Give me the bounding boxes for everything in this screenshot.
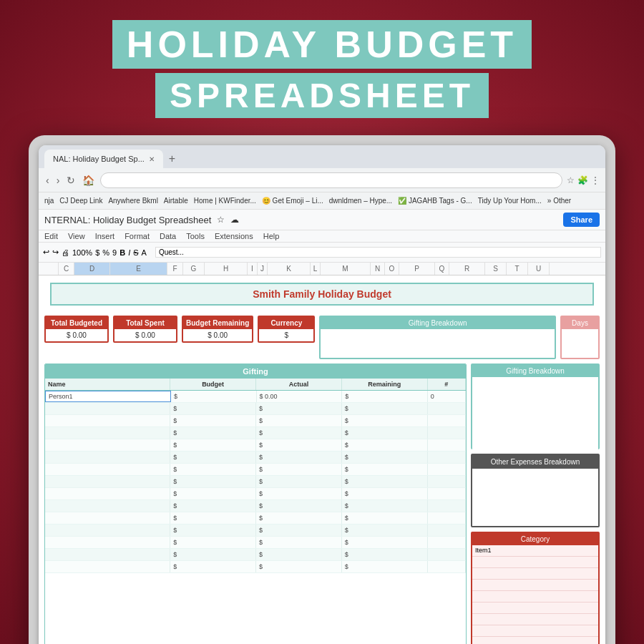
cell-budget[interactable]: $	[170, 427, 256, 439]
bold-button[interactable]: B	[119, 248, 125, 257]
cell-remaining[interactable]: $	[342, 525, 428, 536]
cell-name[interactable]	[45, 403, 170, 414]
cell-count[interactable]	[428, 464, 466, 475]
cell-remaining[interactable]: $	[342, 488, 428, 499]
cell-budget[interactable]: $	[170, 537, 256, 548]
cell-actual[interactable]: $	[256, 464, 342, 475]
bookmark-dwnldmen[interactable]: dwnldmen – Hype...	[329, 197, 392, 205]
currency-format-icon[interactable]: $	[95, 248, 99, 257]
cell-count[interactable]	[428, 525, 466, 536]
cell-name[interactable]	[45, 452, 170, 463]
category-row[interactable]	[472, 557, 598, 568]
cell-count[interactable]	[428, 427, 466, 439]
cell-count[interactable]	[428, 452, 466, 463]
menu-icon[interactable]: ⋮	[591, 175, 600, 185]
cell-budget[interactable]: $	[170, 512, 256, 524]
cell-name[interactable]	[45, 415, 170, 426]
cell-budget[interactable]: $	[170, 525, 256, 536]
bookmark-cj[interactable]: CJ Deep Link	[59, 197, 102, 205]
forward-button[interactable]: ›	[55, 175, 62, 186]
formula-bar[interactable]: Quest...	[155, 247, 601, 258]
table-row[interactable]: $ $ $	[45, 512, 466, 525]
share-button[interactable]: Share	[563, 213, 600, 227]
cell-actual[interactable]: $	[256, 500, 342, 512]
bookmark-anywhere[interactable]: Anywhere Bkml	[108, 197, 157, 205]
category-row[interactable]	[472, 591, 598, 602]
cell-name[interactable]	[45, 488, 170, 499]
cell-actual[interactable]: $	[256, 525, 342, 536]
table-row[interactable]: $ $ $	[45, 476, 466, 488]
undo-icon[interactable]: ↩	[43, 248, 49, 257]
table-row[interactable]: $ $ $	[45, 464, 466, 476]
cell-actual[interactable]: $	[256, 512, 342, 524]
category-row[interactable]	[472, 602, 598, 614]
cell-actual[interactable]: $	[256, 476, 342, 487]
cell-remaining[interactable]: $	[342, 403, 428, 414]
cell-count[interactable]	[428, 415, 466, 426]
table-row[interactable]: $ $ $	[45, 500, 466, 512]
cell-count[interactable]	[428, 488, 466, 499]
cell-actual[interactable]: $	[256, 488, 342, 499]
bookmark-other[interactable]: » Other	[547, 197, 571, 205]
bookmark-jagahb[interactable]: ✅ JAGAHB Tags - G...	[398, 197, 472, 205]
cell-name[interactable]	[45, 525, 170, 536]
cell-name[interactable]	[45, 537, 170, 548]
cell-name[interactable]	[45, 427, 170, 439]
font-size[interactable]: 9	[112, 248, 117, 257]
cell-name[interactable]	[45, 439, 170, 451]
cell-budget[interactable]: $	[170, 464, 256, 475]
table-row[interactable]: $ $ $	[45, 427, 466, 439]
cell-budget[interactable]: $	[170, 439, 256, 451]
star-icon[interactable]: ☆	[217, 215, 225, 225]
cell-actual[interactable]: $	[256, 427, 342, 439]
cell-name[interactable]	[45, 512, 170, 524]
cell-remaining[interactable]: $	[342, 549, 428, 560]
cell-budget[interactable]: $	[171, 391, 257, 402]
cell-budget[interactable]: $	[170, 549, 256, 560]
table-row[interactable]: Person1 $ $ 0.00 $ 0	[45, 391, 466, 403]
address-input[interactable]	[100, 172, 562, 188]
category-row[interactable]	[472, 625, 598, 637]
cell-actual[interactable]: $	[256, 537, 342, 548]
menu-format[interactable]: Format	[125, 232, 150, 240]
table-row[interactable]: $ $ $	[45, 525, 466, 537]
cell-count[interactable]: 0	[428, 391, 466, 402]
home-button[interactable]: 🏠	[81, 175, 96, 186]
cell-budget[interactable]: $	[170, 415, 256, 426]
bookmark-tidy[interactable]: Tidy Up Your Hom...	[478, 197, 542, 205]
cell-actual[interactable]: $	[256, 439, 342, 451]
category-row[interactable]	[472, 614, 598, 625]
cell-remaining[interactable]: $	[342, 561, 428, 572]
table-row[interactable]: $ $ $	[45, 439, 466, 452]
cell-budget[interactable]: $	[170, 500, 256, 512]
cell-budget[interactable]: $	[170, 561, 256, 572]
cell-actual[interactable]: $	[256, 415, 342, 426]
cell-budget[interactable]: $	[170, 476, 256, 487]
cell-remaining[interactable]: $	[342, 452, 428, 463]
table-row[interactable]: $ $ $	[45, 488, 466, 500]
cell-count[interactable]	[428, 500, 466, 512]
cell-count[interactable]	[428, 549, 466, 560]
menu-insert[interactable]: Insert	[95, 232, 115, 240]
cell-name[interactable]: Person1	[45, 391, 171, 402]
cell-remaining[interactable]: $	[342, 439, 428, 451]
cell-remaining[interactable]: $	[342, 391, 428, 402]
cell-remaining[interactable]: $	[342, 537, 428, 548]
zoom-level[interactable]: 100%	[72, 248, 92, 257]
cell-name[interactable]	[45, 549, 170, 560]
menu-extensions[interactable]: Extensions	[215, 232, 253, 240]
budget-remaining-value[interactable]: $ 0.00	[183, 329, 252, 341]
category-row[interactable]	[472, 637, 598, 644]
menu-edit[interactable]: Edit	[44, 232, 58, 240]
cell-count[interactable]	[428, 512, 466, 524]
bookmark-icon[interactable]: ☆	[567, 175, 575, 185]
cell-budget[interactable]: $	[170, 488, 256, 499]
currency-value[interactable]: $	[259, 329, 313, 341]
cell-remaining[interactable]: $	[342, 476, 428, 487]
table-row[interactable]: $ $ $	[45, 452, 466, 464]
redo-icon[interactable]: ↪	[52, 248, 59, 257]
cell-count[interactable]	[428, 561, 466, 572]
menu-tools[interactable]: Tools	[186, 232, 205, 240]
extensions-icon[interactable]: 🧩	[577, 175, 588, 185]
cell-name[interactable]	[45, 464, 170, 475]
